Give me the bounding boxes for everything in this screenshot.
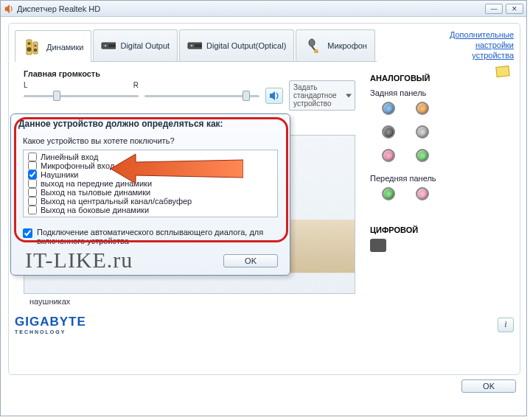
tab-speakers[interactable]: Динамики xyxy=(15,30,91,62)
extra-settings-link[interactable]: Дополнительные настройки устройства xyxy=(433,29,514,62)
minimize-button[interactable]: — xyxy=(485,4,503,14)
dialog-title: Данное устройство должно определяться ка… xyxy=(11,114,290,133)
device-option-checkbox[interactable] xyxy=(28,170,37,179)
device-option[interactable]: Выход на тыловые динамики xyxy=(27,188,274,197)
dialog-subtitle: Какое устройство вы хотете поключить? xyxy=(11,133,290,150)
window-title: Диспетчер Realtek HD xyxy=(17,4,100,13)
svg-point-10 xyxy=(191,45,192,46)
microphone-icon xyxy=(304,38,323,54)
sticky-note-icon xyxy=(495,66,509,77)
amplifier-icon xyxy=(101,41,116,50)
device-option-checkbox[interactable] xyxy=(28,153,37,161)
device-option-checkbox[interactable] xyxy=(28,179,37,188)
scene-caption: наушниках xyxy=(24,297,355,306)
auto-popup-checkbox[interactable] xyxy=(23,228,32,238)
device-option-label: Выход на тыловые динамики xyxy=(41,188,150,197)
tab-digital-label: Digital Output xyxy=(120,41,170,50)
jack-green[interactable] xyxy=(416,149,429,162)
device-option-label: Выход на боковые динамики xyxy=(41,206,149,214)
jack-front-green[interactable] xyxy=(382,187,395,200)
jack-pink[interactable] xyxy=(382,149,395,162)
device-option-checkbox[interactable] xyxy=(28,197,37,206)
device-detect-dialog: Данное устройство должно определяться ка… xyxy=(10,113,290,276)
tab-digital-output[interactable]: Digital Output xyxy=(93,29,178,61)
jack-orange[interactable] xyxy=(416,102,429,115)
amplifier-icon xyxy=(187,41,202,50)
svg-point-2 xyxy=(27,47,32,52)
balance-left-label: L xyxy=(24,81,28,89)
svg-point-4 xyxy=(35,44,37,46)
dialog-ok-button[interactable]: OK xyxy=(223,254,278,267)
close-button[interactable]: ✕ xyxy=(506,4,523,14)
device-tabs: Динамики Digital Output Digital Output(O… xyxy=(15,29,377,62)
svg-point-1 xyxy=(28,42,31,45)
tab-microphone-label: Микрофон xyxy=(327,41,367,50)
device-option-label: Выход на центральный канал/сабвуфер xyxy=(41,197,192,206)
jack-blue[interactable] xyxy=(382,102,395,115)
svg-point-5 xyxy=(34,48,37,51)
device-option[interactable]: Наушники xyxy=(27,170,274,179)
device-option-label: Линейный вход xyxy=(41,153,98,161)
device-option[interactable]: выход на передние динамики xyxy=(27,179,274,188)
master-volume-label: Главная громкость xyxy=(24,69,355,78)
info-button[interactable]: i xyxy=(498,318,514,332)
device-option-label: Наушники xyxy=(41,170,78,179)
device-option-checkbox[interactable] xyxy=(28,161,37,170)
default-device-dropdown[interactable]: Задать стандартное устройство xyxy=(289,80,355,111)
tab-microphone[interactable]: Микрофон xyxy=(296,29,375,61)
device-option-label: Микрофонный вход xyxy=(41,161,114,170)
auto-popup-label: Подключение автоматического всплывающего… xyxy=(37,228,278,245)
tab-digital-optical-label: Digital Output(Optical) xyxy=(206,41,286,50)
brand-logo: GIGABYTETECHNOLOGY xyxy=(15,315,86,335)
device-option-checkbox[interactable] xyxy=(28,206,37,214)
device-option[interactable]: Линейный вход xyxy=(27,153,274,161)
volume-slider[interactable] xyxy=(144,89,259,102)
device-option[interactable]: Выход на боковые динамики xyxy=(27,206,274,214)
device-option-label: выход на передние динамики xyxy=(41,179,152,188)
auto-popup-checkbox-row[interactable]: Подключение автоматического всплывающего… xyxy=(23,228,278,245)
tab-speakers-label: Динамики xyxy=(46,43,83,52)
jack-black[interactable] xyxy=(382,125,395,139)
svg-rect-11 xyxy=(195,44,202,47)
main-ok-button[interactable]: OK xyxy=(461,379,516,393)
speakers-icon xyxy=(23,39,42,55)
side-digital-label: ЦИФРОВОЙ xyxy=(370,225,444,234)
side-analog-label: АНАЛОГОВЫЙ xyxy=(370,74,444,83)
device-option[interactable]: Микрофонный вход xyxy=(27,161,274,170)
device-option-checkbox[interactable] xyxy=(28,188,37,197)
back-panel-label: Задняя панель xyxy=(370,88,444,97)
tab-digital-output-optical[interactable]: Digital Output(Optical) xyxy=(179,29,294,61)
svg-point-12 xyxy=(309,39,315,46)
svg-rect-8 xyxy=(108,44,116,47)
digital-connector-icon[interactable] xyxy=(370,239,386,252)
balance-right-label: R xyxy=(133,81,139,89)
svg-point-7 xyxy=(105,45,106,46)
dialog-options-list: Линейный входМикрофонный входНаушникивых… xyxy=(23,150,278,217)
device-option[interactable]: Выход на центральный канал/сабвуфер xyxy=(27,197,274,206)
mute-button[interactable] xyxy=(265,88,283,104)
jack-front-pink[interactable] xyxy=(416,187,429,200)
speaker-app-icon xyxy=(4,4,14,14)
svg-rect-3 xyxy=(33,42,38,54)
jack-grey[interactable] xyxy=(416,125,429,139)
titlebar: Диспетчер Realtek HD — ✕ xyxy=(1,1,526,17)
balance-slider[interactable]: L R xyxy=(24,89,139,102)
front-panel-label: Передняя панель xyxy=(370,174,444,183)
